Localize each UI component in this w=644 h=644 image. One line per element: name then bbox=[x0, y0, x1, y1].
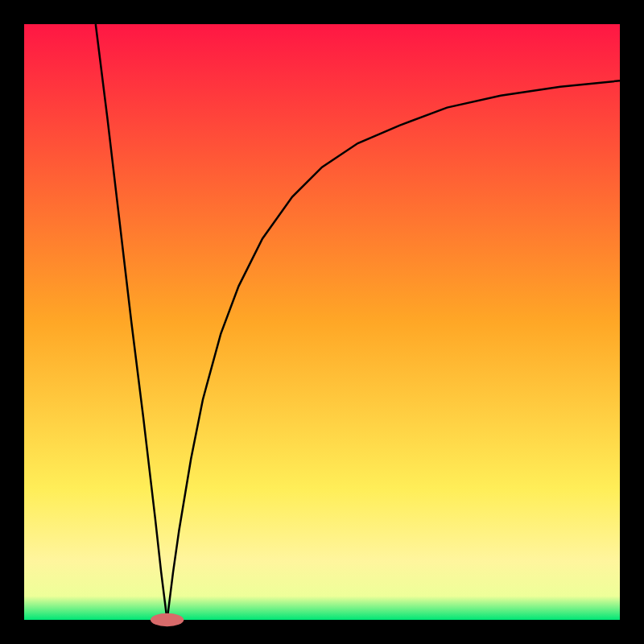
chart-minimum-marker bbox=[151, 613, 184, 626]
chart-plot-area bbox=[24, 24, 620, 620]
bottleneck-chart bbox=[0, 0, 644, 644]
